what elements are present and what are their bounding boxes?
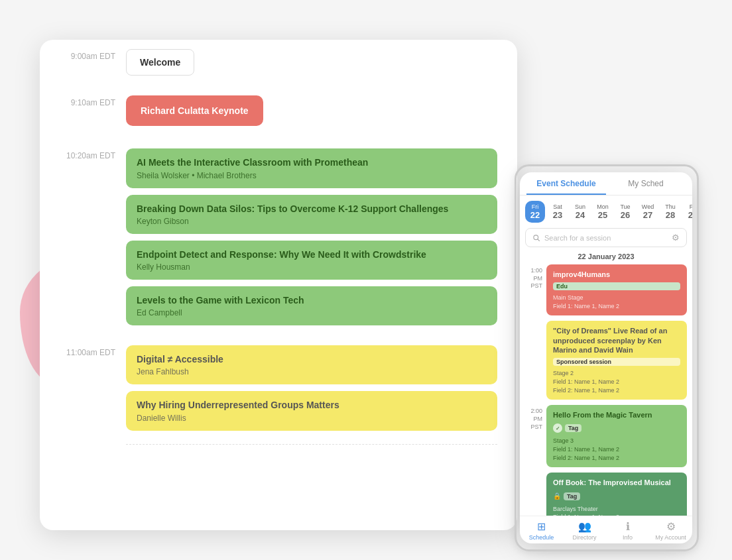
bottom-nav: ⊞ Schedule 👥 Directory ℹ Info ⚙ My Accou… — [520, 516, 692, 543]
day-num-29: 29 — [688, 210, 692, 220]
session-speaker-s4: Ed Campbell — [137, 308, 487, 317]
svg-line-1 — [538, 239, 540, 241]
time-slot-900: 9:00am EDT Welcome — [40, 40, 497, 76]
mobile-card-title-improv: improv4Humans — [553, 270, 680, 279]
day-name-27: Wed — [642, 203, 654, 210]
time-label-1100: 11:00am EDT — [40, 336, 126, 357]
mobile-time-row-3: 2:00PMPST Hello From the Magic Tavern ✓ … — [525, 405, 687, 467]
divider — [126, 444, 497, 445]
date-chip-22[interactable]: Fri 22 — [525, 201, 545, 223]
session-speaker-s1: Sheila Wolsker • Michael Brothers — [137, 171, 487, 180]
filter-icon[interactable]: ⚙ — [672, 233, 680, 243]
sessions-col-900: Welcome — [126, 40, 497, 76]
session-s3[interactable]: Endpoint Detect and Response: Why We Nee… — [126, 241, 497, 280]
session-title-s2: Breaking Down Data Silos: Tips to Overco… — [137, 203, 487, 215]
session-speaker-s5: Jena Fahlbush — [137, 367, 487, 376]
mobile-card-check: ✓ Tag — [553, 423, 680, 433]
mobile-card-title-city: "City of Dreams" Live Read of an unprodu… — [553, 326, 680, 355]
mobile-time-row-4: Off Book: The Improvised Musical 🔒 Tag B… — [525, 473, 687, 516]
nav-account-label: My Account — [655, 534, 686, 541]
mobile-card-city-dreams[interactable]: "City of Dreams" Live Read of an unprodu… — [546, 321, 687, 400]
session-s1[interactable]: AI Meets the Interactive Classroom with … — [126, 148, 497, 188]
nav-schedule-label: Schedule — [529, 534, 554, 541]
mobile-card-improv4humans[interactable]: improv4Humans Edu Main Stage Field 1: Na… — [546, 264, 687, 315]
date-chip-29[interactable]: Fri 29 — [683, 201, 692, 223]
sessions-col-1100: Digital ≠ Accessible Jena Fahlbush Why H… — [126, 336, 497, 430]
nav-info[interactable]: ℹ Info — [606, 520, 649, 541]
date-chip-26[interactable]: Tue 26 — [615, 201, 635, 223]
session-title-s6: Why Hiring Underrepresented Groups Matte… — [137, 399, 487, 411]
date-nav: Fri 22 Sat 23 Sun 24 Mon 25 Tue 26 Wed 2… — [520, 196, 692, 225]
nav-directory-label: Directory — [572, 534, 596, 541]
day-name-29: Fri — [690, 203, 692, 210]
time-slot-910: 9:10am EDT Richard Culatta Keynote — [40, 86, 497, 126]
session-s2[interactable]: Breaking Down Data Silos: Tips to Overco… — [126, 195, 497, 234]
mobile-tabs: Event Schedule My Sched — [520, 172, 692, 196]
date-chip-27[interactable]: Wed 27 — [638, 201, 658, 223]
directory-icon: 👥 — [578, 520, 591, 533]
time-slot-1020: 10:20am EDT AI Meets the Interactive Cla… — [40, 139, 497, 325]
nav-account[interactable]: ⚙ My Account — [649, 520, 692, 541]
mobile-card-lock-row: 🔒 Tag — [553, 491, 680, 502]
scene: 9:00am EDT Welcome 9:10am EDT Richard Cu… — [0, 0, 732, 560]
day-num-26: 26 — [621, 210, 630, 220]
mobile-app-panel: Event Schedule My Sched Fri 22 Sat 23 Su… — [520, 172, 692, 543]
search-icon — [532, 234, 540, 242]
day-name-28: Thu — [665, 203, 676, 210]
account-icon: ⚙ — [666, 520, 676, 533]
date-chip-28[interactable]: Thu 28 — [660, 201, 680, 223]
day-name-25: Mon — [597, 203, 609, 210]
sessions-col-910: Richard Culatta Keynote — [126, 86, 497, 126]
session-title-s5: Digital ≠ Accessible — [137, 353, 487, 365]
nav-directory[interactable]: 👥 Directory — [563, 520, 606, 541]
mobile-card-venue-improv: Main Stage Field 1: Name 1, Name 2 — [553, 294, 680, 310]
session-speaker-s3: Kelly Housman — [137, 262, 487, 272]
schedule-panel: 9:00am EDT Welcome 9:10am EDT Richard Cu… — [40, 40, 517, 530]
time-slot-1100: 11:00am EDT Digital ≠ Accessible Jena Fa… — [40, 336, 497, 430]
mobile-time-4 — [525, 473, 542, 475]
search-bar[interactable]: Search for a session ⚙ — [525, 228, 687, 247]
date-header: 22 January 2023 — [520, 250, 692, 262]
session-title-s1: AI Meets the Interactive Classroom with … — [137, 156, 487, 168]
session-s5[interactable]: Digital ≠ Accessible Jena Fahlbush — [126, 345, 497, 384]
nav-schedule[interactable]: ⊞ Schedule — [520, 520, 563, 541]
mobile-card-venue-offbook: Barclays Theater Field 1: Name 1, Name 2 — [553, 505, 680, 516]
tab-event-schedule[interactable]: Event Schedule — [526, 172, 606, 195]
mobile-sessions: 1:00PMPST improv4Humans Edu Main Stage F… — [520, 262, 692, 516]
mobile-time-row-2: "City of Dreams" Live Read of an unprodu… — [525, 321, 687, 400]
session-welcome[interactable]: Welcome — [126, 49, 194, 76]
session-speaker-s6: Danielle Willis — [137, 414, 487, 423]
mobile-card-off-book[interactable]: Off Book: The Improvised Musical 🔒 Tag B… — [546, 473, 687, 516]
tab-my-sched[interactable]: My Sched — [606, 172, 686, 195]
session-keynote[interactable]: Richard Culatta Keynote — [126, 95, 263, 126]
mobile-time-2 — [525, 321, 542, 323]
date-chip-24[interactable]: Sun 24 — [570, 201, 590, 223]
session-title-s3: Endpoint Detect and Response: Why We Nee… — [137, 249, 487, 260]
mobile-card-title-magic: Hello From the Magic Tavern — [553, 410, 680, 420]
session-title-s4: Levels to the Game with Lexicon Tech — [137, 294, 487, 306]
mobile-card-title-offbook: Off Book: The Improvised Musical — [553, 478, 680, 487]
mobile-card-tag-sponsored: Sponsored session — [553, 358, 680, 366]
day-name-23: Sat — [553, 203, 562, 210]
day-name-24: Sun — [575, 203, 585, 210]
session-s4[interactable]: Levels to the Game with Lexicon Tech Ed … — [126, 286, 497, 325]
session-title-welcome: Welcome — [140, 57, 180, 68]
schedule-icon: ⊞ — [537, 520, 546, 533]
mobile-time-row-1: 1:00PMPST improv4Humans Edu Main Stage F… — [525, 264, 687, 315]
day-name-22: Fri — [532, 203, 539, 210]
date-chip-25[interactable]: Mon 25 — [593, 201, 613, 223]
session-s6[interactable]: Why Hiring Underrepresented Groups Matte… — [126, 391, 497, 430]
sessions-col-1020: AI Meets the Interactive Classroom with … — [126, 139, 497, 325]
mobile-card-tag-magic: Tag — [565, 424, 581, 432]
date-chip-23[interactable]: Sat 23 — [548, 201, 568, 223]
check-icon: ✓ — [553, 423, 562, 433]
schedule-inner: 9:00am EDT Welcome 9:10am EDT Richard Cu… — [40, 40, 517, 530]
day-num-27: 27 — [643, 210, 652, 220]
day-num-22: 22 — [530, 210, 540, 220]
session-speaker-s2: Keyton Gibson — [137, 217, 487, 226]
day-num-25: 25 — [598, 210, 607, 220]
mobile-card-venue-city: Stage 2 Field 1: Name 1, Name 2 Field 2:… — [553, 369, 680, 394]
session-title-keynote: Richard Culatta Keynote — [141, 105, 249, 117]
mobile-card-magic-tavern[interactable]: Hello From the Magic Tavern ✓ Tag Stage … — [546, 405, 687, 467]
day-num-28: 28 — [666, 210, 675, 220]
